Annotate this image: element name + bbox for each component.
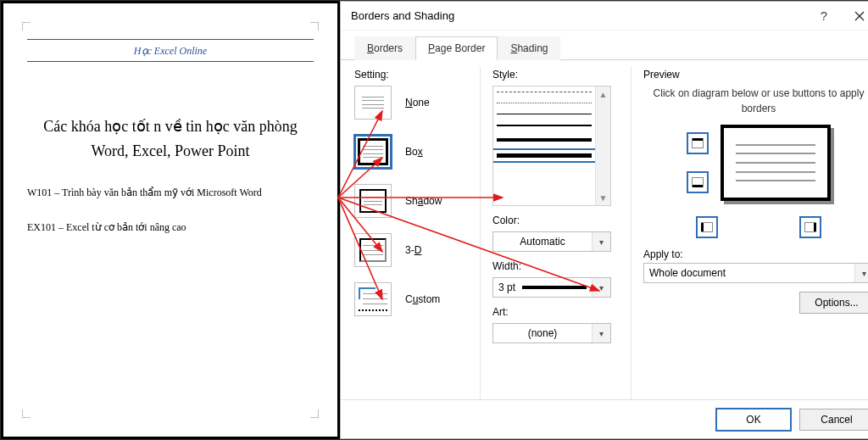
- custom-icon: [354, 282, 392, 316]
- edge-top-button[interactable]: [687, 132, 709, 154]
- tab-borders[interactable]: Borders: [354, 36, 415, 60]
- shadow-icon: [354, 184, 392, 218]
- setting-column: Setting: None Box Shadow 3-D: [354, 67, 465, 399]
- apply-to-combo[interactable]: Whole document ▾: [643, 263, 868, 283]
- chevron-down-icon: ▾: [592, 278, 610, 297]
- options-button[interactable]: Options...: [799, 292, 868, 314]
- scroll-up-icon[interactable]: ▲: [596, 86, 610, 102]
- body-line: EX101 – Excel từ cơ bản tới nâng cao: [27, 219, 314, 237]
- setting-label: Setting:: [354, 69, 465, 81]
- three-d-icon: [354, 233, 392, 267]
- close-button[interactable]: [842, 3, 868, 30]
- apply-to-value: Whole document: [644, 267, 854, 279]
- color-value: Automatic: [493, 236, 592, 248]
- style-label: Style:: [492, 69, 615, 81]
- edge-right-button[interactable]: [799, 216, 821, 238]
- style-option[interactable]: [497, 92, 592, 92]
- none-icon: [354, 86, 392, 120]
- setting-shadow[interactable]: Shadow: [354, 184, 465, 218]
- close-icon: [854, 11, 865, 21]
- dialog-tabs: Borders Page Border Shading: [341, 31, 868, 60]
- scroll-down-icon[interactable]: ▼: [596, 190, 610, 205]
- style-scrollbar[interactable]: ▲ ▼: [595, 86, 610, 205]
- page-header-text: Học Excel Online: [27, 45, 314, 58]
- setting-custom[interactable]: Custom: [354, 282, 465, 316]
- margin-corner: [22, 22, 31, 31]
- tab-shading[interactable]: Shading: [498, 36, 560, 60]
- edge-left-button[interactable]: [696, 216, 718, 238]
- borders-shading-dialog: Borders and Shading ? Borders Page Borde…: [340, 1, 868, 439]
- art-label: Art:: [492, 306, 615, 318]
- style-list[interactable]: ▲ ▼: [492, 86, 611, 206]
- dialog-footer: OK Cancel: [341, 399, 868, 438]
- chevron-down-icon: ▾: [592, 324, 610, 343]
- style-option-selected[interactable]: [497, 153, 592, 158]
- preview-label: Preview: [643, 69, 868, 81]
- apply-to-label: Apply to:: [643, 248, 868, 260]
- body-line: W101 – Trình bày văn bản thẩm mỹ với Mic…: [27, 184, 314, 203]
- color-label: Color:: [492, 214, 615, 226]
- dialog-titlebar: Borders and Shading ?: [341, 2, 868, 31]
- preview-hint: Click on diagram below or use buttons to…: [643, 86, 868, 116]
- setting-none[interactable]: None: [354, 86, 465, 120]
- width-label: Width:: [492, 260, 615, 272]
- setting-3d[interactable]: 3-D: [354, 233, 465, 267]
- style-column: Style: ▲ ▼ Col: [480, 67, 615, 399]
- help-button[interactable]: ?: [806, 3, 842, 30]
- width-value: 3 pt: [498, 281, 515, 293]
- preview-column: Preview Click on diagram below or use bu…: [631, 67, 868, 399]
- ok-button[interactable]: OK: [716, 409, 791, 431]
- options-label: ptions...: [823, 297, 859, 309]
- dialog-title: Borders and Shading: [351, 9, 454, 22]
- style-option[interactable]: [497, 138, 592, 142]
- preview-diagram[interactable]: [721, 125, 831, 201]
- color-combo[interactable]: Automatic ▾: [492, 231, 611, 252]
- title-line1: Các khóa học tốt n về tin học văn phòng: [43, 118, 297, 135]
- width-sample: [522, 286, 587, 289]
- style-option[interactable]: [497, 114, 592, 114]
- art-combo[interactable]: (none) ▾: [492, 323, 611, 343]
- header-rule: [27, 39, 314, 40]
- box-icon: [354, 135, 392, 169]
- header-rule: [27, 61, 314, 62]
- margin-corner: [310, 22, 319, 31]
- margin-corner: [310, 409, 319, 418]
- style-option[interactable]: [497, 125, 592, 126]
- page-title: Các khóa học tốt n về tin học văn phòng …: [27, 114, 314, 164]
- setting-box[interactable]: Box: [354, 135, 465, 169]
- style-option[interactable]: [497, 103, 592, 103]
- margin-corner: [22, 409, 31, 418]
- width-combo[interactable]: 3 pt ▾: [492, 277, 611, 298]
- art-value: (none): [493, 327, 592, 339]
- title-line2: Word, Excel, Power Point: [91, 142, 249, 159]
- tab-page-border[interactable]: Page Border: [415, 36, 498, 60]
- chevron-down-icon: ▾: [592, 232, 610, 251]
- chevron-down-icon: ▾: [854, 264, 868, 282]
- document-page: Học Excel Online Các khóa học tốt n về t…: [1, 1, 340, 439]
- cancel-button[interactable]: Cancel: [799, 409, 868, 431]
- edge-bottom-button[interactable]: [687, 171, 709, 193]
